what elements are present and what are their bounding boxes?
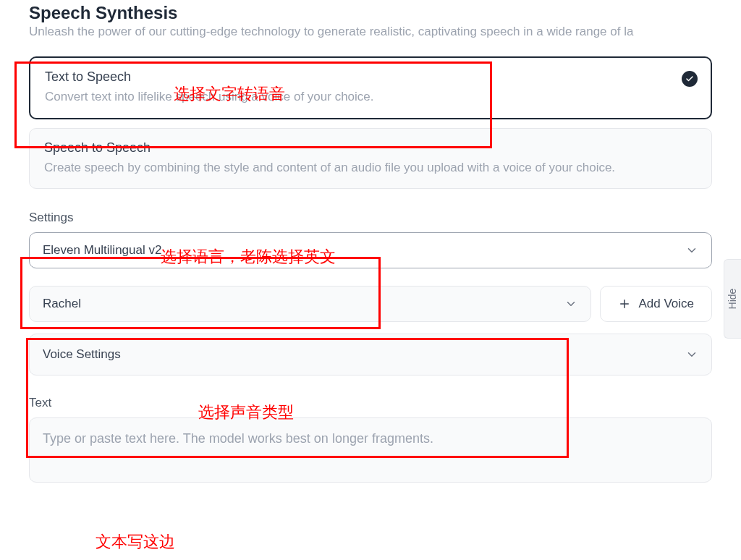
- hide-tab-label: Hide: [727, 289, 739, 310]
- option-text-to-speech[interactable]: Text to Speech Convert text into lifelik…: [29, 56, 712, 119]
- add-voice-button[interactable]: Add Voice: [600, 286, 712, 322]
- voice-settings-label: Voice Settings: [43, 347, 121, 362]
- page-title: Speech Synthesis: [29, 3, 712, 23]
- add-voice-label: Add Voice: [638, 297, 694, 311]
- voice-settings-dropdown[interactable]: Voice Settings: [29, 334, 712, 376]
- option-desc: Create speech by combining the style and…: [44, 158, 697, 177]
- voice-selected: Rachel: [43, 297, 81, 311]
- text-placeholder: Type or paste text here. The model works…: [43, 431, 698, 446]
- page-subtitle: Unleash the power of our cutting-edge te…: [29, 25, 712, 39]
- check-icon: [682, 71, 698, 87]
- text-input[interactable]: Type or paste text here. The model works…: [29, 417, 712, 483]
- chevron-down-icon: [685, 244, 698, 257]
- annotation-text-4: 文本写这边: [96, 531, 175, 553]
- option-title: Speech to Speech: [44, 140, 697, 156]
- option-speech-to-speech[interactable]: Speech to Speech Create speech by combin…: [29, 128, 712, 190]
- chevron-down-icon: [564, 297, 577, 310]
- settings-label: Settings: [29, 211, 712, 225]
- plus-icon: [618, 297, 631, 310]
- voice-dropdown[interactable]: Rachel: [29, 286, 591, 322]
- chevron-down-icon: [685, 348, 698, 361]
- option-title: Text to Speech: [45, 69, 696, 85]
- option-desc: Convert text into lifelike speech using …: [45, 88, 696, 106]
- model-selected: Eleven Multilingual v2: [43, 243, 161, 258]
- model-dropdown[interactable]: Eleven Multilingual v2: [29, 232, 712, 268]
- text-label: Text: [29, 396, 712, 410]
- hide-tab[interactable]: Hide: [724, 259, 741, 339]
